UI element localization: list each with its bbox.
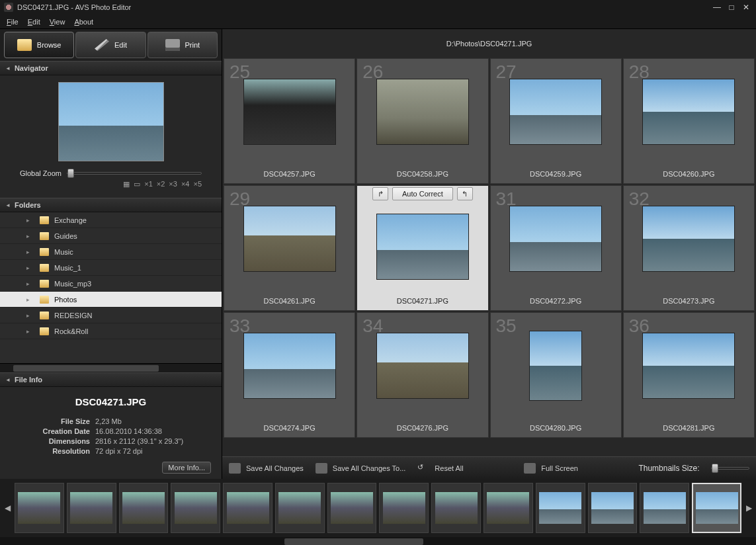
cell-number: 26 (362, 62, 383, 83)
filmstrip-item[interactable] (692, 483, 741, 533)
folder-label: REDESIGN (54, 312, 92, 319)
thumbnail-cell[interactable]: 27DSC04259.JPG (490, 58, 622, 184)
fi-val-size: 2,23 Mb (95, 417, 211, 427)
fileinfo-filename: DSC04271.JPG (11, 396, 211, 407)
filmstrip-next[interactable]: ▶ (744, 485, 753, 531)
filmstrip-thumb (278, 492, 321, 524)
cell-number: 35 (496, 315, 517, 337)
zoom-5x[interactable]: ×5 (193, 180, 202, 189)
folders-header[interactable]: Folders (0, 198, 222, 212)
reset-all-button[interactable]: ↺Reset All (417, 463, 463, 474)
filmstrip-thumb (227, 492, 269, 524)
global-zoom-slider[interactable] (67, 172, 202, 175)
fi-val-date: 16.08.2010 14:36:38 (95, 427, 211, 437)
save-all-button[interactable]: Save All Changes (229, 463, 304, 474)
print-label: Print (185, 41, 200, 49)
fullscreen-button[interactable]: Full Screen (524, 463, 578, 474)
filmstrip-thumb (383, 492, 425, 524)
thumbnail-image (642, 206, 735, 272)
thumbnail-cell[interactable]: 26DSC04258.JPG (357, 58, 488, 184)
thumbnail-cell[interactable]: 29DSC04261.JPG (224, 185, 355, 311)
filmstrip-item[interactable] (379, 483, 429, 533)
navigator-header[interactable]: Navigator (0, 61, 222, 75)
zoom-1x[interactable]: ×1 (144, 180, 153, 189)
browse-tab[interactable]: Browse (4, 32, 74, 58)
folder-row[interactable]: Music_1 (0, 260, 222, 276)
folder-icon (40, 264, 49, 272)
filmstrip-item[interactable] (223, 483, 273, 533)
zoom-2x[interactable]: ×2 (157, 180, 165, 189)
folder-row[interactable]: REDESIGN (0, 308, 222, 323)
zoom-3x[interactable]: ×3 (169, 180, 177, 189)
thumbnail-label: DSC04276.JPG (357, 419, 487, 437)
thumbnail-cell[interactable]: 25DSC04257.JPG (224, 58, 355, 184)
save-all-to-button[interactable]: Save All Changes To... (315, 463, 405, 474)
thumbnail-cell[interactable]: ↱Auto Correct↰DSC04271.JPG (357, 185, 488, 311)
filmstrip-item[interactable] (119, 483, 169, 533)
maximize-button[interactable]: □ (726, 3, 737, 12)
thumbnail-cell[interactable]: 35DSC04280.JPG (490, 312, 622, 438)
filmstrip-item[interactable] (640, 483, 689, 533)
menu-file[interactable]: File (7, 18, 19, 26)
folder-row[interactable]: Rock&Roll (0, 323, 222, 339)
filmstrip-item[interactable] (171, 483, 220, 533)
thumbsize-slider[interactable] (711, 467, 749, 470)
filmstrip-thumb (539, 492, 581, 524)
cell-number: 31 (496, 189, 517, 210)
thumbnail-image (376, 333, 469, 399)
reset-icon: ↺ (417, 463, 429, 474)
menu-edit[interactable]: Edit (28, 18, 40, 26)
filmstrip-item[interactable] (67, 483, 116, 533)
folder-label: Music_mp3 (54, 280, 91, 288)
folders-list: ExchangeGuidesMusicMusic_1Music_mp3Photo… (0, 212, 222, 363)
content-area: D:\Photos\DSC04271.JPG 25DSC04257.JPG26D… (222, 29, 756, 479)
thumbnail-label: DSC04258.JPG (357, 165, 487, 183)
filmstrip-item[interactable] (15, 483, 64, 533)
close-button[interactable]: ✕ (740, 3, 752, 12)
filmstrip-item[interactable] (431, 483, 481, 533)
thumbnail-cell[interactable]: 36DSC04281.JPG (623, 312, 755, 438)
fi-label-res: Resolution (11, 446, 90, 456)
menu-view[interactable]: View (50, 18, 65, 26)
filmstrip-thumb (435, 492, 478, 524)
thumbnail-image (509, 206, 602, 272)
thumbnail-cell[interactable]: 31DSC04272.JPG (490, 185, 622, 311)
folder-icon (40, 248, 49, 256)
global-zoom-label: Global Zoom (20, 169, 62, 177)
filmstrip-hscroll[interactable] (0, 537, 756, 545)
folder-icon (40, 312, 49, 319)
filmstrip-item[interactable] (483, 483, 533, 533)
filmstrip-item[interactable] (327, 483, 377, 533)
thumbnail-cell[interactable]: 34DSC04276.JPG (357, 312, 488, 438)
folder-label: Exchange (54, 216, 87, 224)
thumbnail-cell[interactable]: 32DSC04273.JPG (623, 185, 755, 311)
filmstrip-item[interactable] (275, 483, 325, 533)
minimize-button[interactable]: — (711, 3, 723, 12)
zoom-grid-icon[interactable] (123, 180, 130, 189)
folders-hscroll[interactable] (0, 363, 222, 372)
folder-row[interactable]: Photos (0, 292, 222, 308)
menu-about[interactable]: About (74, 18, 93, 26)
thumbnail-cell[interactable]: 28DSC04260.JPG (623, 58, 755, 184)
thumbnail-image (529, 331, 582, 401)
filmstrip-item[interactable] (536, 483, 585, 533)
filmstrip-item[interactable] (588, 483, 638, 533)
more-info-button[interactable]: More Info... (162, 462, 211, 474)
folder-row[interactable]: Music_mp3 (0, 276, 222, 292)
edit-tab[interactable]: Edit (75, 32, 146, 58)
navigator-preview[interactable] (58, 82, 164, 161)
rotate-left-button[interactable]: ↰ (457, 187, 473, 200)
thumbnail-cell[interactable]: 33DSC04274.JPG (224, 312, 355, 438)
folder-row[interactable]: Guides (0, 228, 222, 244)
auto-correct-button[interactable]: Auto Correct (392, 187, 453, 200)
fi-label-dim: Dimensions (11, 437, 90, 446)
fileinfo-header[interactable]: File Info (0, 372, 222, 387)
zoom-4x[interactable]: ×4 (181, 180, 190, 189)
zoom-fit-icon[interactable] (134, 180, 140, 189)
filmstrip-prev[interactable]: ◀ (3, 485, 12, 531)
folder-row[interactable]: Music (0, 244, 222, 260)
print-tab[interactable]: Print (147, 32, 218, 58)
thumbnail-label: DSC04281.JPG (624, 419, 754, 437)
folder-row[interactable]: Exchange (0, 212, 222, 228)
rotate-right-button[interactable]: ↱ (372, 187, 388, 200)
